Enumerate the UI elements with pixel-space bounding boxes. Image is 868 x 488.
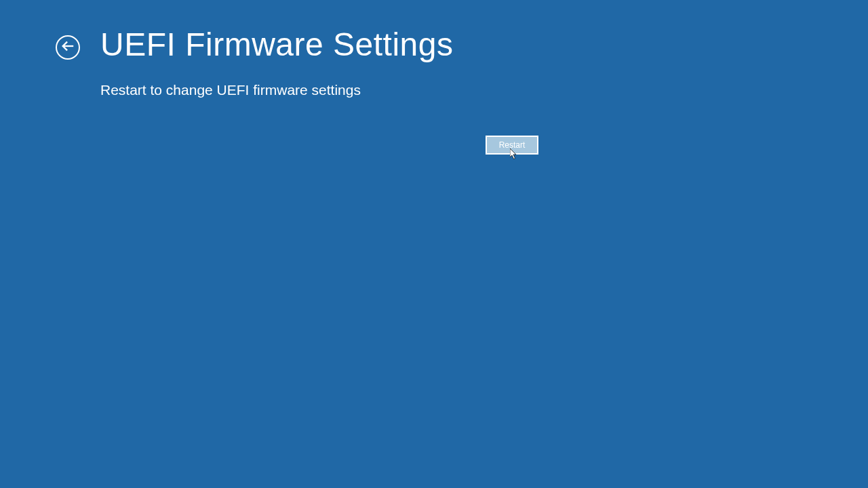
page-title: UEFI Firmware Settings bbox=[100, 26, 453, 63]
arrow-left-icon bbox=[60, 39, 75, 56]
description-text: Restart to change UEFI firmware settings bbox=[100, 82, 868, 98]
restart-button[interactable]: Restart bbox=[486, 136, 538, 155]
back-button[interactable] bbox=[56, 35, 80, 60]
header-bar: UEFI Firmware Settings bbox=[0, 0, 868, 63]
